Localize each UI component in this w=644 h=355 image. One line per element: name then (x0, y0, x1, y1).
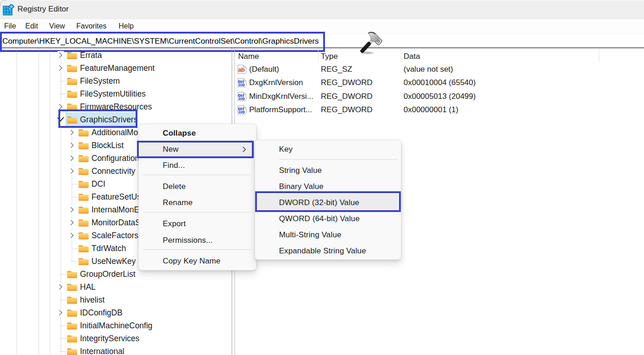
svg-text:ab: ab (238, 66, 245, 73)
